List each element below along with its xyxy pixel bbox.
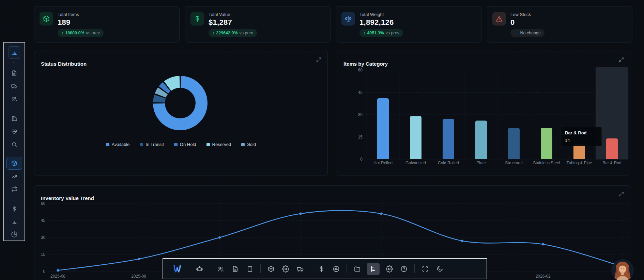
bar-hot-rolled[interactable] [377,98,389,159]
package-icon [43,15,50,22]
package-icon [11,160,18,167]
sidebar-item-facilities[interactable] [11,115,18,122]
sidebar-divider [9,200,19,200]
sidebar-item-health[interactable] [11,129,18,135]
x-axis-label: 2025-08 [50,274,65,279]
data-point-2026-02[interactable] [542,243,544,245]
dock-item-help[interactable] [400,265,408,273]
dock-item-operations[interactable] [333,265,340,273]
legend-swatch [206,143,210,146]
stat-label: Low Stock [510,12,531,17]
wheel-icon [333,265,340,273]
sidebar-item-shipments[interactable] [11,83,18,89]
stat-card-total-value: Total Value$1,287↑229642.9%vs prev [185,6,331,43]
tooltip-title: Bar & Rod [565,130,597,135]
data-point-2025-12[interactable] [380,212,383,215]
x-axis-label: Structural [505,161,522,165]
dock-item-fullscreen[interactable] [421,265,429,273]
stat-icon-tile [40,12,53,26]
status-distribution-panel: Status Distribution AvailableIn TransitO… [34,51,328,176]
data-point-2025-09[interactable] [138,258,140,260]
legend-item-reserved[interactable]: Reserved [206,142,231,147]
data-point-2025-08[interactable] [57,269,59,271]
change-value: 4951.3% [367,31,384,35]
truck-icon [297,265,304,273]
inventory-dashboard: Total Items189↑18800.0%vs prevTotal Valu… [0,0,644,280]
x-axis-label: Stainless Steel [533,161,560,165]
x-axis-label: Cold Rolled [438,161,459,165]
legend-item-on-hold[interactable]: On Hold [174,142,196,147]
dock-item-dark-mode[interactable] [436,265,443,273]
bar-cold-rolled[interactable] [443,119,454,159]
bar-structural[interactable] [508,128,520,159]
sidebar-item-trends[interactable] [11,174,18,180]
sidebar-item-inventory[interactable] [6,157,22,170]
dock-item-orders[interactable] [246,265,254,273]
x-axis-label: Galvanized [405,161,426,165]
legend-label: In Transit [145,142,164,147]
dock-item-settings[interactable] [386,265,393,273]
y-axis-label: 45 [41,218,46,223]
dock-item-customers[interactable] [217,265,224,273]
x-axis-label: 2026-02 [536,274,551,279]
user-avatar[interactable] [611,259,634,280]
data-point-2025-11[interactable] [299,212,302,215]
y-axis-label: 60 [358,68,363,72]
legend-item-sold[interactable]: Sold [241,142,256,147]
category-bar-chart[interactable]: 015304560Hot RolledGalvanizedCold Rolled… [337,51,631,176]
y-axis-label: 0 [360,157,363,162]
data-point-2026-01[interactable] [461,240,463,242]
stat-icon-tile [341,12,355,26]
sidebar-item-finance[interactable] [11,206,18,212]
stat-value: 1,892,126 [359,18,394,27]
sidebar-item-documents[interactable] [11,70,18,77]
file-text-icon [11,70,18,77]
y-axis-label: 15 [41,252,46,257]
stat-label: Total Items [58,12,79,17]
stat-card-total-items: Total Items189↑18800.0%vs prev [34,6,180,43]
dock-divider [414,264,415,273]
cog-icon [282,265,289,273]
sidebar-item-dashboard[interactable] [9,46,20,59]
bar-chart-horizontal-icon [370,265,377,273]
sidebar-item-reports[interactable] [11,219,18,225]
scale-icon [344,15,352,22]
sidebar-item-customers[interactable] [11,96,18,102]
folder-icon [354,265,361,273]
dock-item-dashboard[interactable] [367,263,380,275]
trending-up-icon [11,174,18,180]
stat-value: 189 [58,18,71,27]
stat-change-badge: —No change [510,29,545,37]
sidebar-item-more[interactable] [11,59,18,66]
package-icon [267,265,275,273]
data-point-2025-10[interactable] [218,236,221,238]
dock-item-shipping[interactable] [297,265,304,273]
dock-item-inventory[interactable] [267,265,275,273]
dock-item-assistant[interactable] [196,265,203,273]
legend-label: Available [112,142,130,147]
stat-change-badge: ↑229642.9%vs prev [209,29,257,37]
bar-plate[interactable] [475,120,487,159]
dock-item-finance[interactable] [318,265,325,273]
dock-item-app-logo[interactable] [172,264,182,274]
bar-bar-rod[interactable] [606,138,618,159]
dock-item-production[interactable] [282,265,289,273]
bar-stainless-steel[interactable] [541,128,552,159]
stat-change-badge: ↑18800.0%vs prev [58,29,104,37]
scan-icon [421,265,429,273]
dock-item-documents[interactable] [232,265,239,273]
sidebar-item-transfers[interactable] [11,186,18,193]
dock-item-files[interactable] [354,265,361,273]
status-donut-chart[interactable] [34,51,328,176]
bar-galvanized[interactable] [410,116,421,159]
bar-tubing-pipe[interactable] [573,144,585,159]
legend-item-available[interactable]: Available [106,142,130,147]
legend-item-in-transit[interactable]: In Transit [140,142,164,147]
users-icon [11,96,18,102]
stats-row: Total Items189↑18800.0%vs prevTotal Valu… [34,6,632,43]
sidebar-item-search[interactable] [11,142,18,148]
stat-value: $1,287 [209,18,232,27]
sidebar-item-analytics[interactable] [11,231,18,238]
change-suffix: vs prev [86,31,100,35]
arrow-up-icon: ↑ [61,31,63,35]
